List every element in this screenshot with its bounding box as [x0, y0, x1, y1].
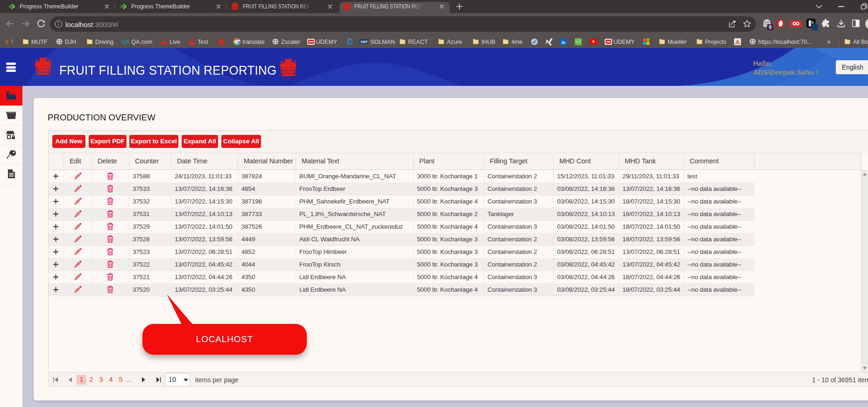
- svg-text:in: in: [562, 40, 565, 45]
- svg-text:SAP: SAP: [360, 40, 367, 43]
